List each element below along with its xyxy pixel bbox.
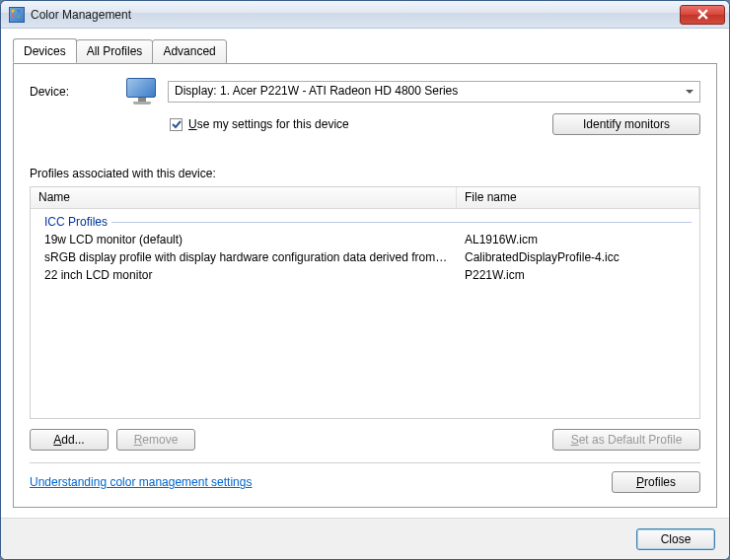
use-settings-checkbox[interactable]: [170, 118, 182, 131]
settings-row: Use my settings for this device Identify…: [170, 113, 700, 135]
app-icon: [9, 7, 25, 23]
bottom-bar: Close: [1, 518, 729, 559]
column-name[interactable]: Name: [31, 187, 457, 208]
table-header: Name File name: [31, 187, 699, 209]
monitor-icon: [126, 78, 158, 105]
table-row[interactable]: 22 inch LCD monitor P221W.icm: [31, 266, 699, 284]
device-row: Device: Display: 1. Acer P221W - ATI Rad…: [30, 78, 700, 105]
profile-file: P221W.icm: [457, 268, 699, 282]
profiles-label: Profiles associated with this device:: [30, 167, 700, 180]
tabpanel-devices: Device: Display: 1. Acer P221W - ATI Rad…: [13, 63, 717, 508]
profiles-button[interactable]: Profiles: [612, 471, 700, 493]
close-button[interactable]: Close: [636, 528, 715, 550]
table-row[interactable]: 19w LCD monitor (default) AL1916W.icm: [31, 231, 699, 248]
profiles-buttons-row: Add... Remove Set as Default Profile: [30, 429, 700, 451]
add-button[interactable]: Add...: [30, 429, 109, 451]
group-header-icc: ICC Profiles: [31, 213, 699, 231]
profile-file: CalibratedDisplayProfile-4.icc: [457, 250, 699, 264]
remove-button[interactable]: Remove: [116, 429, 195, 451]
profile-file: AL1916W.icm: [457, 233, 699, 246]
tab-advanced[interactable]: Advanced: [152, 39, 226, 64]
identify-monitors-button[interactable]: Identify monitors: [552, 113, 700, 135]
color-management-window: Color Management Devices All Profiles Ad…: [0, 0, 730, 560]
profiles-table: Name File name ICC Profiles 19w LCD moni…: [30, 186, 700, 419]
tabs: Devices All Profiles Advanced: [13, 38, 717, 63]
titlebar[interactable]: Color Management: [1, 1, 729, 29]
footer-row: Understanding color management settings …: [30, 471, 700, 493]
column-file[interactable]: File name: [457, 187, 699, 208]
understanding-link[interactable]: Understanding color management settings: [30, 475, 252, 489]
set-default-profile-button[interactable]: Set as Default Profile: [552, 429, 700, 451]
tab-devices[interactable]: Devices: [13, 38, 77, 63]
profile-name: sRGB display profile with display hardwa…: [31, 250, 457, 264]
check-icon: [172, 119, 182, 129]
divider: [30, 462, 700, 463]
device-selected-value: Display: 1. Acer P221W - ATI Radeon HD 4…: [175, 84, 458, 98]
profile-name: 19w LCD monitor (default): [31, 233, 457, 246]
device-label: Device:: [30, 85, 116, 99]
tab-all-profiles[interactable]: All Profiles: [76, 39, 154, 64]
close-icon: [697, 9, 708, 20]
window-title: Color Management: [31, 8, 680, 22]
table-row[interactable]: sRGB display profile with display hardwa…: [31, 248, 699, 266]
content-area: Devices All Profiles Advanced Device: Di…: [1, 29, 729, 518]
profile-name: 22 inch LCD monitor: [31, 268, 457, 282]
device-dropdown[interactable]: Display: 1. Acer P221W - ATI Radeon HD 4…: [168, 81, 700, 103]
table-body: ICC Profiles 19w LCD monitor (default) A…: [31, 209, 699, 288]
close-window-button[interactable]: [680, 5, 725, 25]
use-settings-label[interactable]: Use my settings for this device: [188, 117, 349, 131]
